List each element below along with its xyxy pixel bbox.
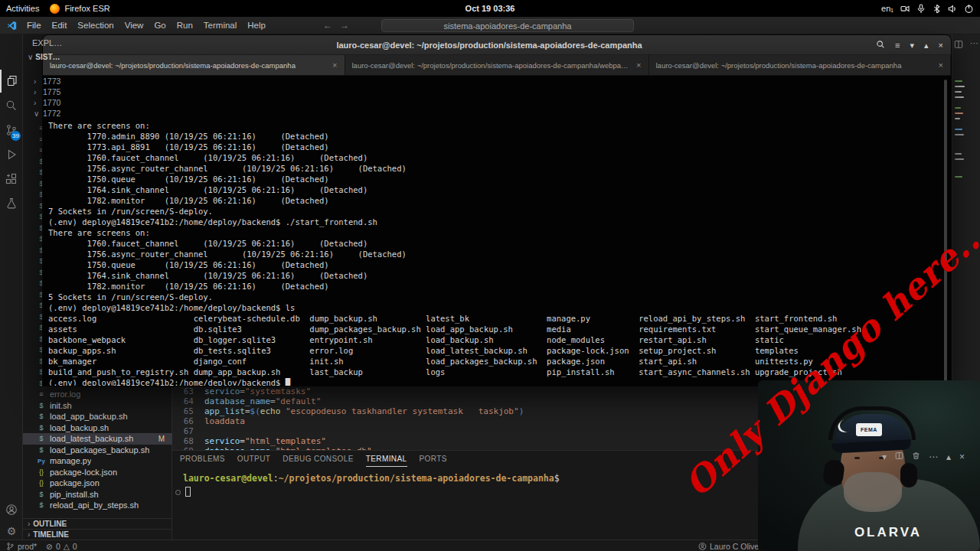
sh-file-icon: $: [37, 402, 46, 409]
keyboard-layout-indicator[interactable]: en₁: [881, 4, 893, 13]
terminal-scrollbar[interactable]: [944, 80, 947, 384]
file-row-load_backup.sh[interactable]: $load_backup.sh: [23, 422, 172, 434]
chevron-right-icon: ›: [34, 88, 40, 96]
problems-indicator[interactable]: ⊘0△0: [46, 542, 77, 551]
terminal-tab[interactable]: lauro-cesar@devel: ~/projetos/production…: [649, 55, 952, 75]
terminal-search-icon[interactable]: [876, 40, 885, 51]
menu-file[interactable]: File: [21, 17, 47, 34]
timeline-section[interactable]: ›TIMELINE: [23, 529, 172, 540]
tab-close-icon[interactable]: ×: [939, 60, 943, 70]
file-row-package.json[interactable]: {}package.json: [23, 478, 172, 489]
terminal-cursor: [185, 487, 191, 497]
sidebar-title: EXPL…: [32, 38, 62, 47]
split-editor-icon[interactable]: [954, 38, 963, 52]
menu-terminal[interactable]: Terminal: [198, 17, 242, 34]
maximize-panel-icon[interactable]: ▴: [946, 452, 951, 462]
log-file-icon: ≡: [37, 390, 46, 398]
panel-actions: ▾ ⋯ ▴ ×: [882, 452, 965, 462]
file-row-package-lock.json[interactable]: {}package-lock.json: [23, 467, 172, 478]
panel-tabbar: PROBLEMSOUTPUTDEBUG CONSOLETERMINALPORTS: [180, 451, 447, 467]
menu-edit[interactable]: Edit: [47, 17, 73, 34]
screen: Activities Firefox ESR Oct 19 03:36 en₁ …: [0, 0, 980, 551]
explorer-folder-row[interactable]: ∨1772: [34, 109, 60, 118]
branch-indicator[interactable]: prod*: [6, 542, 37, 551]
terminal-window-headerbar[interactable]: lauro-cesar@devel: ~/projetos/production…: [43, 35, 951, 55]
menu-help[interactable]: Help: [242, 17, 271, 34]
errors-icon: ⊘: [46, 542, 53, 551]
file-row-load_latest_backup.sh[interactable]: $load_latest_backup.shM: [23, 433, 172, 445]
kill-terminal-icon[interactable]: [912, 452, 920, 462]
sh-file-icon: $: [37, 491, 46, 498]
close-panel-icon[interactable]: ×: [959, 452, 965, 462]
source-control-icon[interactable]: 39: [0, 119, 23, 142]
headphone-earcup: [900, 463, 917, 487]
outline-section[interactable]: ›OUTLINE: [23, 518, 172, 529]
testing-flask-icon[interactable]: [0, 192, 23, 215]
terminal-window[interactable]: lauro-cesar@devel: ~/projetos/production…: [42, 34, 952, 386]
explorer-icon[interactable]: [0, 70, 23, 93]
account-icon[interactable]: [0, 498, 23, 521]
menu-run[interactable]: Run: [172, 17, 198, 34]
explorer-folder-row[interactable]: ›1770: [34, 98, 60, 107]
terminal-output[interactable]: There are screens on: 1770.admin_8890 (1…: [43, 76, 951, 386]
sh-file-icon: $: [37, 446, 46, 454]
chevron-right-icon: ›: [34, 77, 40, 86]
file-row-manage.py[interactable]: Pymanage.py: [23, 455, 172, 467]
file-row-reload_api_by_steps.sh[interactable]: $reload_api_by_steps.sh: [23, 500, 172, 511]
webcam-overlay: FEMA OLARVA: [758, 380, 980, 551]
file-row-pip_install.sh[interactable]: $pip_install.sh: [23, 489, 172, 500]
run-debug-icon[interactable]: [0, 143, 23, 166]
terminal-menu-icon[interactable]: ≡: [895, 41, 900, 50]
terminal-tab[interactable]: lauro-cesar@devel: ~/projetos/production…: [345, 55, 649, 75]
person-eye: [854, 457, 860, 459]
file-row-init.sh[interactable]: $init.sh: [23, 400, 172, 412]
tab-close-icon[interactable]: ×: [636, 60, 641, 70]
terminal-tab[interactable]: lauro-cesar@devel: ~/projetos/production…: [43, 55, 345, 75]
explorer-folder-row[interactable]: ›1775: [34, 87, 60, 96]
panel-tab-output[interactable]: OUTPUT: [237, 451, 271, 467]
extensions-icon[interactable]: [0, 168, 23, 191]
explorer-folder-row[interactable]: ›1773: [34, 77, 60, 86]
system-tray[interactable]: en₁: [881, 0, 974, 17]
chevron-down-icon: ∨: [34, 109, 40, 118]
file-row-load_app_backup.sh[interactable]: $load_app_backup.sh: [23, 411, 172, 422]
sh-file-icon: $: [37, 424, 46, 432]
file-row-load_packages_backup.sh[interactable]: $load_packages_backup.sh: [23, 445, 172, 456]
menu-selection[interactable]: Selection: [72, 17, 119, 34]
command-decoration[interactable]: [175, 490, 181, 495]
camera-icon: [900, 4, 910, 14]
line-number: 65: [172, 406, 194, 416]
power-icon: [964, 4, 974, 14]
terminal-tab-label: lauro-cesar@devel: ~/projetos/production…: [50, 61, 327, 70]
search-icon[interactable]: [0, 94, 23, 117]
timeline-label: TIMELINE: [33, 530, 69, 539]
chevron-down-icon: ∨: [28, 53, 33, 61]
chevron-down-icon[interactable]: ▾: [882, 452, 887, 462]
branch-label: prod*: [18, 542, 37, 551]
menu-go[interactable]: Go: [149, 17, 171, 34]
clock[interactable]: Oct 19 03:36: [0, 0, 980, 17]
panel-tab-terminal[interactable]: TERMINAL: [366, 451, 407, 467]
command-center[interactable]: sistema-apoiadores-de-campanha: [381, 19, 634, 32]
nav-back-icon[interactable]: ←: [323, 20, 332, 31]
file-label: error.log: [50, 390, 80, 399]
more-actions-icon[interactable]: ⋯: [970, 38, 978, 52]
panel-tab-ports[interactable]: PORTS: [420, 451, 447, 467]
tab-close-icon[interactable]: ×: [332, 60, 337, 70]
sh-file-icon: $: [37, 412, 46, 420]
menu-view[interactable]: View: [119, 17, 149, 34]
scm-badge: 39: [11, 131, 21, 141]
more-actions-icon[interactable]: ⋯: [929, 452, 938, 462]
terminal-maximize-icon[interactable]: ▴: [924, 41, 929, 51]
file-row-error.log[interactable]: ≡error.log: [23, 389, 172, 400]
panel-tab-problems[interactable]: PROBLEMS: [180, 451, 225, 467]
file-label: reload_api_by_steps.sh: [50, 500, 139, 510]
terminal-tab-label: lauro-cesar@devel: ~/projetos/production…: [352, 61, 632, 70]
terminal-close-icon[interactable]: ×: [939, 41, 943, 50]
panel-tab-debug-console[interactable]: DEBUG CONSOLE: [283, 451, 353, 467]
nav-forward-icon[interactable]: →: [340, 20, 349, 31]
workspace-section-header[interactable]: ∨SIST…: [28, 53, 60, 61]
terminal-chevron-down-icon[interactable]: ▾: [910, 41, 915, 51]
line-number: 66: [172, 416, 194, 426]
split-terminal-icon[interactable]: [895, 452, 903, 462]
